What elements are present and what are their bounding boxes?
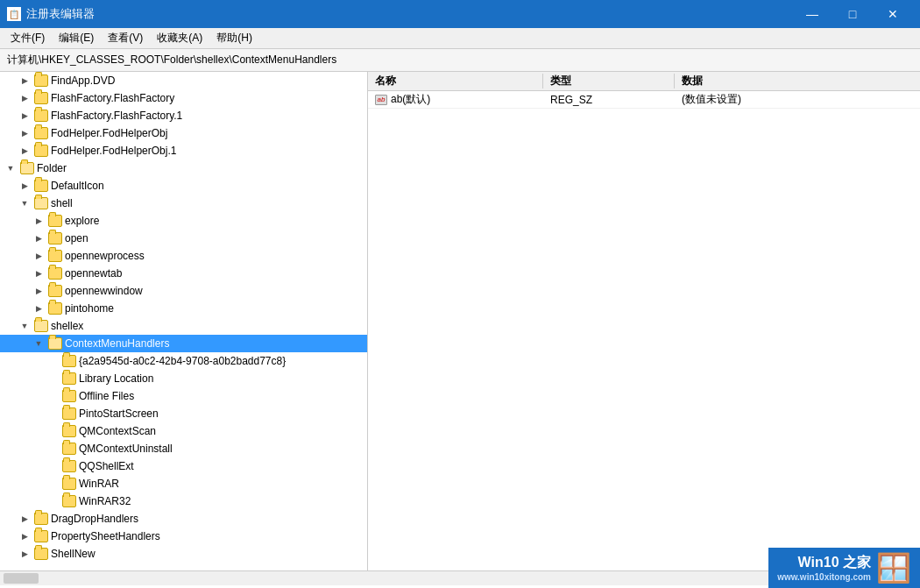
tree-item[interactable]: {a2a9545d-a0c2-42b4-9708-a0b2badd77c8}: [0, 352, 367, 370]
tree-item[interactable]: ▶opennewtab: [0, 265, 367, 282]
tree-item[interactable]: ▶opennewprocess: [0, 247, 367, 265]
tree-expander-icon[interactable]: [46, 442, 60, 456]
cell-name: abab(默认): [368, 92, 543, 107]
tree-item[interactable]: PintoStartScreen: [0, 405, 367, 422]
tree-item[interactable]: ▶ShellNew: [0, 545, 367, 563]
tree-item-label: DragDropHandlers: [51, 513, 138, 525]
tree-item[interactable]: ▶DefaultIcon: [0, 177, 367, 195]
tree-expander-icon[interactable]: [46, 424, 60, 438]
menu-edit[interactable]: 编辑(E): [52, 29, 101, 47]
folder-icon: [34, 127, 48, 139]
close-button[interactable]: ✕: [873, 0, 913, 28]
tree-expander-icon[interactable]: [46, 389, 60, 403]
tree-expander-icon[interactable]: ▼: [18, 319, 32, 333]
folder-icon: [34, 197, 48, 209]
folder-icon: [62, 390, 76, 402]
tree-panel[interactable]: ▶FindApp.DVD▶FlashFactory.FlashFactory▶F…: [0, 72, 368, 570]
tree-expander-icon[interactable]: ▶: [18, 179, 32, 193]
tree-item[interactable]: ▶pintohome: [0, 300, 367, 317]
tree-expander-icon[interactable]: ▶: [32, 249, 46, 263]
menu-help[interactable]: 帮助(H): [209, 29, 259, 47]
tree-item[interactable]: ▶open: [0, 230, 367, 247]
watermark-url: www.win10xitong.com: [777, 572, 871, 582]
tree-item[interactable]: ▶FlashFactory.FlashFactory.1: [0, 107, 367, 124]
tree-item-label: QMContextScan: [79, 425, 156, 437]
tree-item[interactable]: ▼shell: [0, 195, 367, 212]
menu-file[interactable]: 文件(F): [4, 29, 52, 47]
tree-item[interactable]: WinRAR32: [0, 492, 367, 510]
tree-expander-icon[interactable]: [46, 477, 60, 491]
tree-item-label: Folder: [37, 162, 67, 174]
folder-icon: [62, 460, 76, 472]
folder-icon: [62, 355, 76, 367]
folder-icon: [48, 302, 62, 315]
menu-bar: 文件(F) 编辑(E) 查看(V) 收藏夹(A) 帮助(H): [0, 28, 920, 49]
tree-expander-icon[interactable]: ▶: [18, 512, 32, 526]
folder-icon: [34, 513, 48, 525]
tree-item[interactable]: ▶FodHelper.FodHelperObj.1: [0, 142, 367, 159]
minimize-button[interactable]: —: [792, 0, 832, 28]
table-header: 名称 类型 数据: [368, 72, 920, 91]
maximize-button[interactable]: □: [832, 0, 873, 28]
tree-item[interactable]: Library Location: [0, 370, 367, 387]
tree-expander-icon[interactable]: ▼: [32, 337, 46, 351]
folder-icon: [48, 250, 62, 262]
tree-expander-icon[interactable]: ▶: [18, 547, 32, 561]
tree-expander-icon[interactable]: ▶: [32, 266, 46, 280]
tree-item[interactable]: ▶FindApp.DVD: [0, 72, 367, 89]
cell-data: (数值未设置): [675, 92, 920, 107]
tree-item-label: FlashFactory.FlashFactory.1: [51, 110, 182, 122]
tree-item-label: explore: [65, 215, 99, 227]
tree-item[interactable]: QMContextScan: [0, 422, 367, 440]
menu-favorites[interactable]: 收藏夹(A): [150, 29, 209, 47]
watermark-logo: Win10 之家 www.win10xitong.com: [777, 554, 871, 582]
tree-item[interactable]: ▶opennewwindow: [0, 282, 367, 300]
tree-item[interactable]: ▶FodHelper.FodHelperObj: [0, 124, 367, 142]
tree-item[interactable]: ▼ContextMenuHandlers: [0, 335, 367, 352]
col-header-data: 数据: [675, 74, 920, 89]
tree-expander-icon[interactable]: ▶: [18, 91, 32, 105]
tree-item[interactable]: QQShellExt: [0, 457, 367, 475]
tree-item[interactable]: QMContextUninstall: [0, 440, 367, 457]
folder-icon: [20, 162, 34, 174]
tree-expander-icon[interactable]: ▶: [18, 144, 32, 158]
menu-view[interactable]: 查看(V): [101, 29, 150, 47]
tree-expander-icon[interactable]: ▶: [32, 231, 46, 245]
tree-item[interactable]: WinRAR: [0, 475, 367, 492]
tree-expander-icon[interactable]: ▶: [18, 529, 32, 543]
folder-icon: [34, 548, 48, 560]
tree-expander-icon[interactable]: [46, 372, 60, 386]
cell-name-text: ab(默认): [391, 92, 430, 107]
tree-item[interactable]: ▼shellex: [0, 317, 367, 335]
tree-expander-icon[interactable]: ▶: [32, 284, 46, 298]
table-row[interactable]: abab(默认)REG_SZ(数值未设置): [368, 91, 920, 109]
tree-expander-icon[interactable]: [46, 459, 60, 473]
tree-expander-icon[interactable]: ▼: [18, 196, 32, 210]
tree-item[interactable]: ▼Folder: [0, 159, 367, 177]
folder-icon: [34, 92, 48, 104]
tree-item[interactable]: Offline Files: [0, 387, 367, 405]
tree-item[interactable]: ▶explore: [0, 212, 367, 230]
tree-expander-icon[interactable]: ▶: [32, 301, 46, 315]
folder-icon: [62, 407, 76, 420]
tree-expander-icon[interactable]: [46, 354, 60, 368]
tree-item-label: pintohome: [65, 302, 114, 315]
tree-item-label: PintoStartScreen: [79, 407, 159, 420]
tree-expander-icon[interactable]: ▶: [18, 126, 32, 140]
tree-expander-icon[interactable]: [46, 407, 60, 421]
tree-item[interactable]: ▶PropertySheetHandlers: [0, 528, 367, 545]
tree-item[interactable]: ▶FlashFactory.FlashFactory: [0, 89, 367, 107]
reg-value-icon: ab: [375, 95, 387, 105]
folder-icon: [62, 495, 76, 507]
address-bar: 计算机\HKEY_CLASSES_ROOT\Folder\shellex\Con…: [0, 49, 920, 72]
col-header-name: 名称: [368, 74, 543, 89]
tree-expander-icon[interactable]: ▶: [18, 109, 32, 123]
tree-item-label: FlashFactory.FlashFactory: [51, 92, 174, 104]
tree-expander-icon[interactable]: ▼: [4, 161, 18, 175]
tree-item-label: DefaultIcon: [51, 180, 104, 192]
main-content: ▶FindApp.DVD▶FlashFactory.FlashFactory▶F…: [0, 72, 920, 570]
tree-expander-icon[interactable]: ▶: [32, 214, 46, 228]
tree-item[interactable]: ▶DragDropHandlers: [0, 510, 367, 528]
tree-expander-icon[interactable]: [46, 494, 60, 508]
tree-expander-icon[interactable]: ▶: [18, 74, 32, 88]
